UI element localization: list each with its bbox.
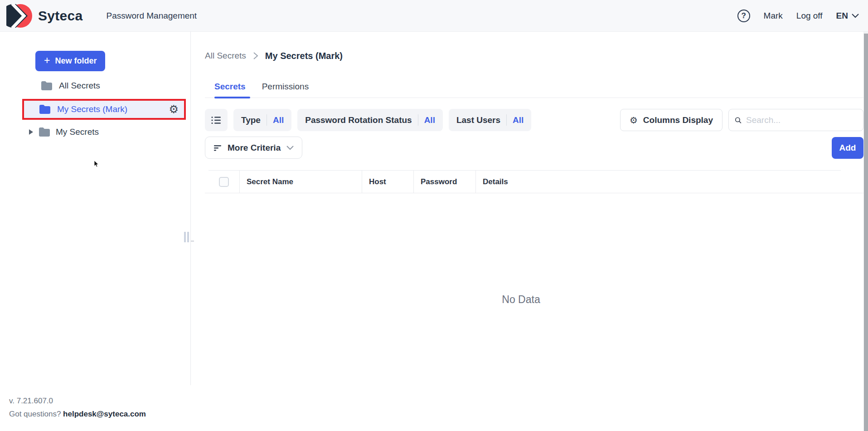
user-menu[interactable]: Mark xyxy=(764,11,783,21)
logoff-link[interactable]: Log off xyxy=(796,11,823,21)
sidebar-item-my-secrets[interactable]: My Secrets xyxy=(29,122,99,142)
chip-divider xyxy=(418,114,418,126)
filter-lines-icon xyxy=(213,145,222,151)
syteca-logo-icon xyxy=(6,4,33,28)
breadcrumb-all-secrets[interactable]: All Secrets xyxy=(205,50,246,62)
select-all-checkbox[interactable] xyxy=(219,177,229,187)
sidebar-item-label: My Secrets (Mark) xyxy=(57,104,127,114)
column-header-host[interactable]: Host xyxy=(362,171,414,193)
column-header-details[interactable]: Details xyxy=(476,171,841,193)
support-email-link[interactable]: helpdesk@syteca.com xyxy=(63,410,146,418)
filter-type-value[interactable]: All xyxy=(273,115,284,125)
breadcrumb: All Secrets My Secrets (Mark) xyxy=(205,50,863,62)
sidebar-item-my-secrets-mark[interactable]: My Secrets (Mark) ⚙ xyxy=(22,99,186,120)
select-all-cell xyxy=(209,171,240,193)
search-icon xyxy=(735,116,742,125)
more-criteria-button[interactable]: More Criteria xyxy=(205,137,302,159)
sidebar-item-all-secrets[interactable]: All Secrets xyxy=(41,75,100,96)
help-icon[interactable]: ? xyxy=(737,10,750,22)
chip-divider xyxy=(267,114,267,126)
footer: v. 7.21.607.0 Got questions? helpdesk@sy… xyxy=(9,397,146,419)
add-button[interactable]: Add xyxy=(832,137,863,159)
sidebar-item-label: My Secrets xyxy=(56,127,99,137)
filter-rotation-label: Password Rotation Status xyxy=(305,115,412,125)
table-header-border xyxy=(205,193,867,193)
criteria-toolbar: More Criteria Add xyxy=(205,137,863,159)
columns-display-label: Columns Display xyxy=(643,115,713,125)
vertical-scrollbar xyxy=(863,32,868,431)
brand-name: Syteca xyxy=(38,8,83,24)
filter-rotation-value[interactable]: All xyxy=(424,115,435,125)
search-input[interactable] xyxy=(746,115,857,125)
active-tab-underline xyxy=(214,97,250,98)
filter-toolbar: Type All Password Rotation Status All La… xyxy=(205,109,863,131)
new-folder-button[interactable]: + New folder xyxy=(35,51,105,71)
search-box xyxy=(728,109,863,131)
filter-password-rotation-status[interactable]: Password Rotation Status All xyxy=(297,109,443,131)
filter-type-label: Type xyxy=(241,115,261,125)
page-title: Password Management xyxy=(107,11,197,21)
more-criteria-label: More Criteria xyxy=(228,143,281,153)
sidebar-resize-handle[interactable] xyxy=(184,232,189,242)
tab-permissions[interactable]: Permissions xyxy=(262,82,309,92)
sidebar-item-label: All Secrets xyxy=(59,81,100,91)
stray-mark xyxy=(191,240,194,242)
folder-icon xyxy=(41,81,53,91)
language-label: EN xyxy=(836,11,848,21)
new-folder-label: New folder xyxy=(55,56,97,66)
gear-icon: ⚙ xyxy=(630,116,638,125)
chevron-down-icon xyxy=(852,14,859,18)
folder-settings-gear-icon[interactable]: ⚙ xyxy=(169,104,179,115)
folder-icon xyxy=(39,104,51,114)
list-view-button[interactable] xyxy=(205,109,228,131)
mouse-cursor xyxy=(94,161,99,168)
chevron-right-icon xyxy=(253,52,258,60)
chip-divider xyxy=(506,114,507,126)
folder-icon xyxy=(39,127,50,137)
column-header-secret-name[interactable]: Secret Name xyxy=(240,171,362,193)
filter-last-users-value[interactable]: All xyxy=(513,115,524,125)
tab-bar: Secrets Permissions xyxy=(205,82,863,98)
app-header: Syteca Password Management ? Mark Log of… xyxy=(0,0,868,32)
plus-icon: + xyxy=(44,55,50,66)
questions-label: Got questions? xyxy=(9,410,61,418)
secrets-table-header: Secret Name Host Password Details xyxy=(209,170,841,193)
main-content: All Secrets My Secrets (Mark) Secrets Pe… xyxy=(191,32,863,431)
filter-last-users[interactable]: Last Users All xyxy=(449,109,531,131)
filter-last-users-label: Last Users xyxy=(456,115,500,125)
list-icon xyxy=(211,116,221,124)
expand-caret-icon[interactable] xyxy=(29,129,33,135)
column-header-password[interactable]: Password xyxy=(414,171,476,193)
breadcrumb-current: My Secrets (Mark) xyxy=(265,50,343,62)
filter-type[interactable]: Type All xyxy=(233,109,291,131)
tab-secrets[interactable]: Secrets xyxy=(214,82,246,92)
scrollbar-thumb[interactable] xyxy=(864,34,868,431)
empty-state-text: No Data xyxy=(205,294,837,306)
sidebar: + New folder All Secrets My Secrets (Mar… xyxy=(0,32,190,431)
chevron-down-icon xyxy=(286,146,294,150)
columns-display-button[interactable]: ⚙ Columns Display xyxy=(620,109,723,131)
language-selector[interactable]: EN xyxy=(836,11,859,21)
version-text: v. 7.21.607.0 xyxy=(9,397,146,406)
